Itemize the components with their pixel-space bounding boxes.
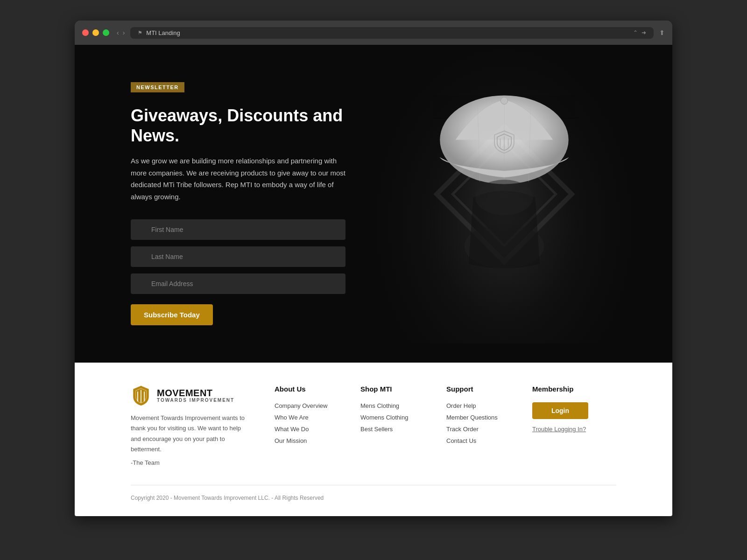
newsletter-description: As we grow we are building more relation… <box>131 155 345 203</box>
footer-link-who-we-are[interactable]: Who We Are <box>275 414 338 421</box>
first-name-input[interactable] <box>131 219 345 240</box>
footer-brand: MOVEMENT TOWARDS IMPROVEMENT Movement To… <box>131 385 252 466</box>
footer-about-us: About Us Company Overview Who We Are Wha… <box>275 385 338 466</box>
svg-point-4 <box>500 97 507 104</box>
newsletter-title: Giveaways, Discounts and News. <box>131 105 355 146</box>
shield-icon <box>131 385 151 406</box>
shop-mti-title: Shop MTI <box>360 385 424 393</box>
footer-link-company-overview[interactable]: Company Overview <box>275 402 338 409</box>
browser-titlebar: ‹ › ⚑ MTI Landing ⌃ ➜ ⬆ <box>75 21 672 45</box>
brand-name-top: MOVEMENT <box>157 388 234 398</box>
login-button[interactable]: Login <box>532 402 588 419</box>
email-group <box>131 273 364 294</box>
trouble-logging-in-link[interactable]: Trouble Logging In? <box>532 426 586 433</box>
brand-signature: -The Team <box>131 459 252 466</box>
footer-link-member-questions[interactable]: Member Questions <box>446 414 510 421</box>
membership-title: Membership <box>532 385 616 393</box>
footer-link-womens-clothing[interactable]: Womens Clothing <box>360 414 424 421</box>
flag-icon: ⚑ <box>138 30 142 36</box>
footer-link-order-help[interactable]: Order Help <box>446 402 510 409</box>
minimize-button[interactable] <box>92 29 99 36</box>
footer: MOVEMENT TOWARDS IMPROVEMENT Movement To… <box>75 363 672 516</box>
footer-main: MOVEMENT TOWARDS IMPROVEMENT Movement To… <box>131 385 616 466</box>
brand-name-bottom: TOWARDS IMPROVEMENT <box>157 398 234 403</box>
last-name-group <box>131 246 364 267</box>
brand-description: Movement Towards Improvement wants to th… <box>131 413 252 454</box>
footer-support: Support Order Help Member Questions Trac… <box>446 385 510 466</box>
copyright-text: Copyright 2020 - Movement Towards Improv… <box>131 495 324 501</box>
footer-link-best-sellers[interactable]: Best Sellers <box>360 426 424 433</box>
back-arrow-icon[interactable]: ‹ <box>117 29 119 36</box>
footer-membership: Membership Login Trouble Logging In? <box>532 385 616 466</box>
footer-link-mens-clothing[interactable]: Mens Clothing <box>360 402 424 409</box>
forward-arrow-icon[interactable]: › <box>123 29 125 36</box>
hero-figure <box>374 45 635 343</box>
browser-nav: ‹ › <box>117 29 125 36</box>
cap-illustration <box>416 59 593 283</box>
about-us-title: About Us <box>275 385 338 393</box>
footer-link-track-order[interactable]: Track Order <box>446 426 510 433</box>
footer-link-what-we-do[interactable]: What We Do <box>275 426 338 433</box>
browser-content: NEWSLETTER Giveaways, Discounts and News… <box>75 45 672 516</box>
brand-logo: MOVEMENT TOWARDS IMPROVEMENT <box>131 385 252 406</box>
footer-link-our-mission[interactable]: Our Mission <box>275 437 338 444</box>
page-title: MTI Landing <box>146 29 180 36</box>
svg-point-9 <box>475 180 533 215</box>
first-name-group <box>131 219 364 240</box>
subscribe-button[interactable]: Subscribe Today <box>131 304 213 325</box>
footer-copyright: Copyright 2020 - Movement Towards Improv… <box>131 485 616 501</box>
close-button[interactable] <box>82 29 89 36</box>
address-bar[interactable]: ⚑ MTI Landing ⌃ ➜ <box>130 27 654 39</box>
traffic-lights <box>82 29 109 36</box>
share-icon[interactable]: ⬆ <box>659 29 665 36</box>
last-name-input[interactable] <box>131 246 345 267</box>
support-title: Support <box>446 385 510 393</box>
newsletter-form: Subscribe Today <box>131 219 364 325</box>
footer-shop-mti: Shop MTI Mens Clothing Womens Clothing B… <box>360 385 424 466</box>
newsletter-badge: NEWSLETTER <box>131 82 184 92</box>
maximize-button[interactable] <box>103 29 109 36</box>
footer-link-contact-us[interactable]: Contact Us <box>446 437 510 444</box>
email-input[interactable] <box>131 273 345 294</box>
newsletter-section: NEWSLETTER Giveaways, Discounts and News… <box>75 45 672 363</box>
